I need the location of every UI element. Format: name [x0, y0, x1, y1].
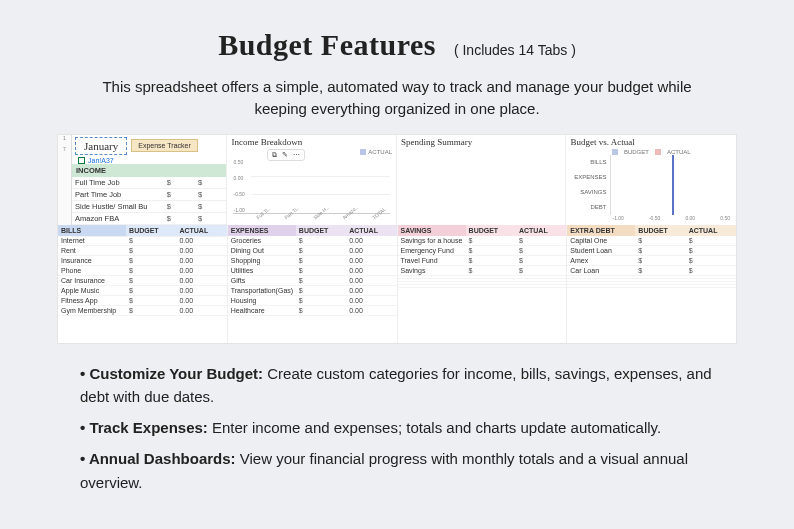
- table-row: [567, 285, 736, 288]
- table-row: Phone$0.00: [58, 266, 227, 276]
- table-row: Shopping$0.00: [228, 256, 397, 266]
- table-row: Emergency Fund$$: [398, 246, 567, 256]
- table-row: Groceries$0.00: [228, 236, 397, 246]
- table-row: Gifts$0.00: [228, 276, 397, 286]
- tabs-note: ( Includes 14 Tabs ): [454, 42, 576, 58]
- table-row: Healthcare$0.00: [228, 306, 397, 316]
- header: Budget Features ( Includes 14 Tabs ) Thi…: [50, 28, 744, 120]
- table-row: Fitness App$0.00: [58, 296, 227, 306]
- spending-summary-chart: Spending Summary: [397, 135, 567, 225]
- group-savings: SAVINGSBUDGETACTUALSavings for a house$$…: [398, 225, 568, 343]
- edit-icon[interactable]: ✎: [282, 151, 288, 159]
- intro-text: This spreadsheet offers a simple, automa…: [77, 76, 717, 120]
- table-row: Rent$0.00: [58, 246, 227, 256]
- table-row: Insurance$0.00: [58, 256, 227, 266]
- table-row: Savings$$: [398, 266, 567, 276]
- cell-reference: Jan!A37: [72, 157, 226, 164]
- table-row: Car Loan$$: [567, 266, 736, 276]
- table-row: Apple Music$0.00: [58, 286, 227, 296]
- table-row: Capital One$$: [567, 236, 736, 246]
- more-icon[interactable]: ⋯: [293, 151, 300, 159]
- group-debt: EXTRA DEBTBUDGETACTUALCapital One$$Stude…: [567, 225, 736, 343]
- table-row: Savings for a house$$: [398, 236, 567, 246]
- feature-bullet: Annual Dashboards: View your financial p…: [80, 447, 714, 494]
- group-expenses: EXPENSESBUDGETACTUALGroceries$0.00Dining…: [228, 225, 398, 343]
- month-cell[interactable]: January: [75, 137, 127, 155]
- income-breakdown-chart: Income Breakdown ACTUAL ⧉ ✎ ⋯ 0.500.00-0…: [227, 135, 397, 225]
- income-row-name: Full Time Job: [72, 177, 164, 189]
- table-row: Utilities$0.00: [228, 266, 397, 276]
- income-row-name: Part Time Job: [72, 188, 164, 200]
- table-row: Housing$0.00: [228, 296, 397, 306]
- spreadsheet-preview: 17 January Expense Tracker Jan!A37 INCOM…: [57, 134, 737, 344]
- group-bills: BILLSBUDGETACTUALInternet$0.00Rent$0.00I…: [58, 225, 228, 343]
- copy-icon[interactable]: ⧉: [272, 151, 277, 159]
- sheet-icon: [78, 157, 85, 164]
- income-row-name: Amazon FBA: [72, 212, 164, 224]
- table-row: Student Loan$$: [567, 246, 736, 256]
- table-row: Travel Fund$$: [398, 256, 567, 266]
- income-section-header: INCOME: [72, 164, 226, 177]
- table-row: Internet$0.00: [58, 236, 227, 246]
- table-row: Amex$$: [567, 256, 736, 266]
- income-row-name: Side Hustle/ Small Bu: [72, 200, 164, 212]
- feature-bullet: Track Expenses: Enter income and expense…: [80, 416, 714, 439]
- expense-tracker-button[interactable]: Expense Tracker: [131, 139, 198, 152]
- table-row: [398, 285, 567, 288]
- table-row: Dining Out$0.00: [228, 246, 397, 256]
- feature-bullet: Customize Your Budget: Create custom cat…: [80, 362, 714, 409]
- feature-bullets: Customize Your Budget: Create custom cat…: [80, 362, 714, 494]
- page-title: Budget Features: [218, 28, 436, 62]
- budget-vs-actual-chart: Budget vs. Actual BUDGET ACTUAL BILLSEXP…: [566, 135, 736, 225]
- table-row: Car Insurance$0.00: [58, 276, 227, 286]
- table-row: Gym Membership$0.00: [58, 306, 227, 316]
- row-gutter: 17: [58, 135, 72, 225]
- table-row: Transportation(Gas)$0.00: [228, 286, 397, 296]
